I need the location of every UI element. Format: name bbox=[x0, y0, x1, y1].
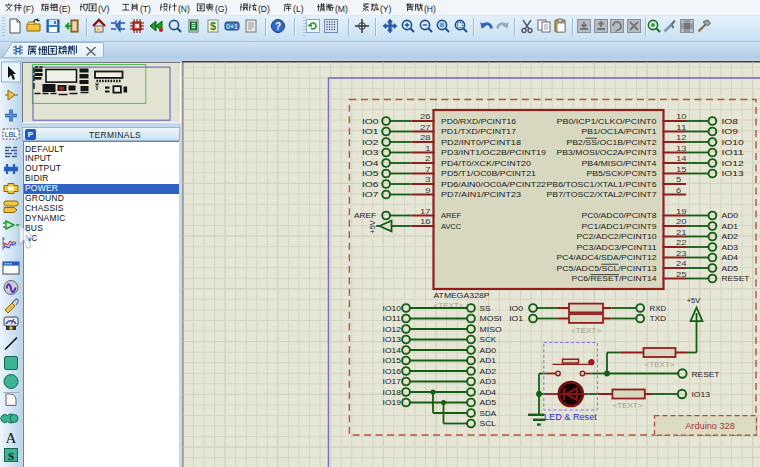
svg-text:AD1: AD1 bbox=[480, 356, 497, 365]
svg-text:PB7/TOSC2/XTAL2/PCINT7: PB7/TOSC2/XTAL2/PCINT7 bbox=[547, 190, 657, 199]
svg-text:Arduino 328: Arduino 328 bbox=[685, 421, 735, 431]
svg-text:IO7: IO7 bbox=[362, 190, 379, 199]
svg-text:IO11: IO11 bbox=[722, 148, 744, 157]
svg-text:24: 24 bbox=[676, 259, 687, 268]
svg-text:AD5: AD5 bbox=[480, 398, 497, 407]
svg-text:PD6/AIN0/OC0A/PCINT22: PD6/AIN0/OC0A/PCINT22 bbox=[441, 180, 546, 189]
svg-text:23: 23 bbox=[676, 249, 687, 258]
svg-text:+5V: +5V bbox=[687, 296, 701, 305]
svg-text:AD0: AD0 bbox=[722, 211, 739, 220]
svg-text:PC3/ADC3/PCINT11: PC3/ADC3/PCINT11 bbox=[577, 243, 657, 252]
svg-text:PB6/TOSC1/XTAL1/PCINT6: PB6/TOSC1/XTAL1/PCINT6 bbox=[547, 180, 657, 189]
svg-text:PC5/ADC5/SCL/PCINT13: PC5/ADC5/SCL/PCINT13 bbox=[557, 264, 657, 273]
svg-text:AD0: AD0 bbox=[480, 346, 497, 355]
svg-text:(V): (V) bbox=[98, 4, 110, 14]
svg-text:15: 15 bbox=[676, 165, 687, 174]
svg-text:$: $ bbox=[210, 20, 216, 32]
svg-text:25: 25 bbox=[676, 270, 687, 279]
svg-text:21: 21 bbox=[676, 228, 687, 237]
svg-text:9: 9 bbox=[425, 186, 430, 195]
svg-text:AD4: AD4 bbox=[722, 253, 739, 262]
svg-text:IO19: IO19 bbox=[383, 398, 401, 407]
svg-text:PD0/RXD/PCINT16: PD0/RXD/PCINT16 bbox=[441, 117, 516, 126]
svg-text:PD5/T1/OC0B/PCINT21: PD5/T1/OC0B/PCINT21 bbox=[441, 169, 536, 178]
svg-text:IO18: IO18 bbox=[383, 388, 401, 397]
svg-text:27: 27 bbox=[420, 123, 431, 132]
svg-text:1: 1 bbox=[425, 144, 430, 153]
svg-text:AVCC: AVCC bbox=[441, 222, 461, 231]
svg-text:PD2/INT0/PCINT18: PD2/INT0/PCINT18 bbox=[441, 138, 521, 147]
svg-text:7: 7 bbox=[425, 165, 430, 174]
svg-text:PB0/ICP1/CLKO/PCINT0: PB0/ICP1/CLKO/PCINT0 bbox=[557, 117, 658, 126]
svg-text:AD1: AD1 bbox=[722, 222, 739, 231]
svg-text:PD7/AIN1/PCINT23: PD7/AIN1/PCINT23 bbox=[441, 190, 521, 199]
svg-text:PD1/TXD/PCINT17: PD1/TXD/PCINT17 bbox=[441, 127, 516, 136]
svg-text:PC0/ADC0/PCINT8: PC0/ADC0/PCINT8 bbox=[582, 211, 657, 220]
svg-text:IO0: IO0 bbox=[509, 304, 523, 313]
svg-text:2: 2 bbox=[425, 154, 430, 163]
svg-text:IO14: IO14 bbox=[383, 346, 401, 355]
svg-text:20: 20 bbox=[676, 217, 687, 226]
svg-text:IO13: IO13 bbox=[722, 169, 744, 178]
svg-text:RESET: RESET bbox=[722, 274, 750, 283]
svg-text:SCL: SCL bbox=[480, 419, 497, 428]
svg-text:IO10: IO10 bbox=[722, 138, 744, 147]
svg-text:IO10: IO10 bbox=[383, 304, 401, 313]
svg-text:PB5/SCK/PCINT5: PB5/SCK/PCINT5 bbox=[587, 169, 658, 178]
svg-text:AREF: AREF bbox=[441, 211, 461, 220]
svg-text:(N): (N) bbox=[178, 4, 190, 14]
svg-text:PD4/T0/XCK/PCINT20: PD4/T0/XCK/PCINT20 bbox=[441, 159, 532, 168]
svg-text:IO1: IO1 bbox=[509, 314, 523, 323]
svg-text:IO12: IO12 bbox=[722, 159, 744, 168]
svg-text:19: 19 bbox=[676, 207, 687, 216]
svg-text:(M): (M) bbox=[335, 4, 348, 14]
svg-text:(G): (G) bbox=[215, 4, 228, 14]
svg-text:SS: SS bbox=[480, 304, 491, 313]
svg-text:IO4: IO4 bbox=[362, 159, 379, 168]
svg-text:IO0: IO0 bbox=[362, 117, 379, 126]
svg-text:PB1/OC1A/PCINT1: PB1/OC1A/PCINT1 bbox=[582, 127, 657, 136]
svg-text:AD2: AD2 bbox=[722, 232, 739, 241]
svg-text:IO11: IO11 bbox=[383, 314, 401, 323]
svg-text:PD3/INT1/OC2B/PCINT19: PD3/INT1/OC2B/PCINT19 bbox=[441, 148, 546, 157]
svg-text:+5V: +5V bbox=[368, 220, 377, 233]
svg-text:0+1: 0+1 bbox=[226, 23, 238, 30]
svg-text:IO9: IO9 bbox=[722, 127, 739, 136]
svg-text:AD5: AD5 bbox=[722, 264, 739, 273]
svg-text:PB2/SS/OC1B/PCINT2: PB2/SS/OC1B/PCINT2 bbox=[567, 138, 657, 147]
svg-text:28: 28 bbox=[420, 133, 431, 142]
svg-text:<TEXT>: <TEXT> bbox=[571, 326, 601, 335]
svg-text:PB4/MISO/PCINT4: PB4/MISO/PCINT4 bbox=[582, 159, 658, 168]
svg-text:SCK: SCK bbox=[480, 335, 497, 344]
svg-text:(H): (H) bbox=[424, 4, 436, 14]
svg-text:AD4: AD4 bbox=[480, 388, 497, 397]
svg-text:IO13: IO13 bbox=[383, 335, 401, 344]
svg-text:LBL: LBL bbox=[5, 131, 18, 138]
svg-text:MISO: MISO bbox=[480, 325, 502, 334]
svg-text:11: 11 bbox=[676, 123, 687, 132]
svg-text:12: 12 bbox=[676, 133, 687, 142]
svg-text:16: 16 bbox=[420, 217, 431, 226]
svg-text:5: 5 bbox=[676, 175, 681, 184]
svg-text:<TEXT>: <TEXT> bbox=[613, 401, 643, 410]
svg-text:IO6: IO6 bbox=[362, 180, 379, 189]
svg-text:PC4/ADC4/SDA/PCINT12: PC4/ADC4/SDA/PCINT12 bbox=[557, 253, 657, 262]
svg-text:3: 3 bbox=[425, 175, 430, 184]
svg-text:6: 6 bbox=[676, 186, 681, 195]
svg-text:10: 10 bbox=[676, 112, 687, 121]
svg-text:IO5: IO5 bbox=[362, 169, 379, 178]
svg-text:LED & Reset: LED & Reset bbox=[544, 412, 597, 422]
svg-text:A: A bbox=[6, 430, 17, 446]
svg-text:IO16: IO16 bbox=[383, 367, 401, 376]
svg-text:(T): (T) bbox=[140, 4, 151, 14]
svg-text:PC6/RESET/PCINT14: PC6/RESET/PCINT14 bbox=[572, 274, 658, 283]
svg-text:14: 14 bbox=[676, 154, 687, 163]
svg-text:IO17: IO17 bbox=[383, 377, 401, 386]
svg-text:17: 17 bbox=[420, 207, 431, 216]
svg-text:SDA: SDA bbox=[480, 409, 498, 418]
svg-text:IO2: IO2 bbox=[362, 138, 379, 147]
svg-text:AD3: AD3 bbox=[480, 377, 497, 386]
svg-text:PC2/ADC2/PCINT10: PC2/ADC2/PCINT10 bbox=[577, 232, 658, 241]
svg-text:ATMEGA328P: ATMEGA328P bbox=[434, 291, 490, 300]
svg-text:PB3/MOSI/OC2A/PCINT3: PB3/MOSI/OC2A/PCINT3 bbox=[557, 148, 657, 157]
